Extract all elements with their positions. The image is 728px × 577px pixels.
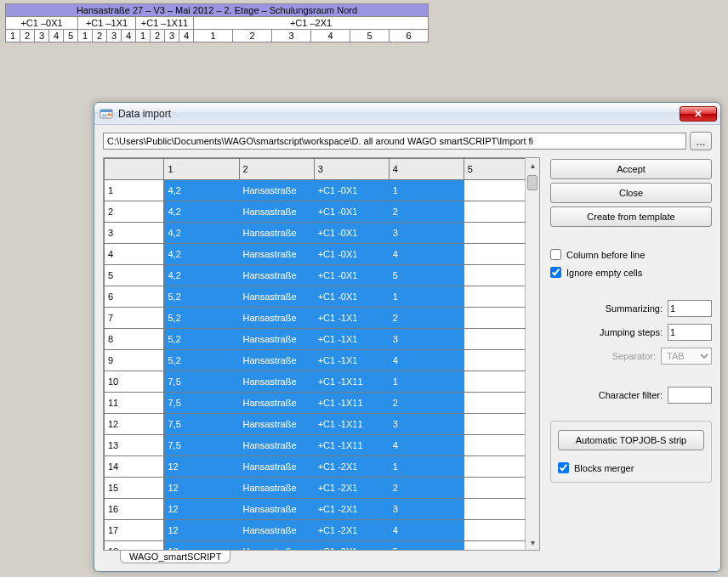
grid-cell[interactable]: 1 [389, 456, 464, 478]
grid-cell[interactable]: Hansastraße [239, 244, 314, 265]
accept-button[interactable]: Accept [550, 159, 712, 179]
grid-row-header[interactable]: 12 [105, 414, 164, 435]
grid-cell[interactable]: Hansastraße [239, 456, 314, 478]
grid-cell[interactable]: Hansastraße [239, 201, 314, 223]
grid-cell[interactable]: 4,2 [164, 265, 239, 286]
grid-row-header[interactable]: 15 [105, 478, 164, 499]
grid-cell[interactable]: 3 [389, 329, 464, 350]
close-button[interactable]: Close [550, 183, 712, 203]
grid-cell[interactable]: 1 [389, 286, 464, 308]
grid-cell[interactable]: Hansastraße [239, 180, 314, 201]
create-from-template-button[interactable]: Create from template [550, 206, 712, 227]
grid-cell[interactable]: 1 [389, 371, 464, 393]
file-path-input[interactable] [103, 133, 686, 150]
column-before-line-checkbox[interactable]: Column before line [550, 249, 712, 260]
grid-cell[interactable]: +C1 -1X1 [314, 329, 389, 350]
grid-row-header[interactable]: 8 [105, 329, 164, 350]
grid-row-header[interactable]: 14 [105, 456, 164, 478]
grid-cell[interactable]: 3 [389, 499, 464, 520]
scroll-up-icon[interactable]: ▴ [526, 158, 539, 173]
grid-cell[interactable]: 5,2 [164, 350, 239, 371]
grid-cell[interactable]: 5,2 [164, 286, 239, 308]
grid-cell[interactable]: 12 [164, 541, 239, 552]
grid-row-header[interactable]: 4 [105, 244, 164, 265]
table-row[interactable]: 137,5Hansastraße+C1 -1X114 [105, 435, 539, 456]
table-row[interactable]: 54,2Hansastraße+C1 -0X15 [105, 265, 539, 286]
grid-cell[interactable]: 7,5 [164, 393, 239, 414]
grid-cell[interactable]: Hansastraße [239, 520, 314, 541]
table-row[interactable]: 24,2Hansastraße+C1 -0X12 [105, 201, 539, 223]
grid-cell[interactable]: 2 [389, 478, 464, 499]
grid-cell[interactable]: 1 [389, 180, 464, 201]
titlebar[interactable]: Data import ✕ [94, 103, 720, 125]
browse-button[interactable]: ... [690, 132, 712, 150]
table-row[interactable]: 75,2Hansastraße+C1 -1X12 [105, 308, 539, 329]
table-row[interactable]: 34,2Hansastraße+C1 -0X13 [105, 223, 539, 244]
table-row[interactable]: 44,2Hansastraße+C1 -0X14 [105, 244, 539, 265]
window-close-button[interactable]: ✕ [680, 106, 717, 122]
table-row[interactable]: 1512Hansastraße+C1 -2X12 [105, 478, 539, 499]
grid-cell[interactable]: Hansastraße [239, 371, 314, 393]
grid-cell[interactable]: +C1 -0X1 [314, 180, 389, 201]
table-row[interactable]: 1712Hansastraße+C1 -2X14 [105, 520, 539, 541]
summarizing-input[interactable] [668, 300, 712, 317]
grid-cell[interactable]: +C1 -2X1 [314, 478, 389, 499]
grid-cell[interactable]: +C1 -1X11 [314, 414, 389, 435]
grid-cell[interactable]: Hansastraße [239, 350, 314, 371]
grid-row-header[interactable]: 1 [105, 180, 164, 201]
grid-row-header[interactable]: 9 [105, 350, 164, 371]
grid-cell[interactable]: Hansastraße [239, 541, 314, 552]
grid-corner[interactable] [105, 159, 164, 180]
grid-cell[interactable]: 3 [389, 223, 464, 244]
grid-col-header[interactable]: 4 [389, 159, 464, 180]
grid-cell[interactable]: Hansastraße [239, 223, 314, 244]
grid-cell[interactable]: +C1 -1X1 [314, 350, 389, 371]
grid-cell[interactable]: 2 [389, 201, 464, 223]
grid-cell[interactable]: +C1 -2X1 [314, 499, 389, 520]
scroll-down-icon[interactable]: ▾ [526, 535, 539, 550]
grid-cell[interactable]: Hansastraße [239, 478, 314, 499]
grid-cell[interactable]: +C1 -0X1 [314, 286, 389, 308]
table-row[interactable]: 1812Hansastraße+C1 -2X15 [105, 541, 539, 552]
grid-cell[interactable]: 3 [389, 414, 464, 435]
grid-cell[interactable]: 4 [389, 350, 464, 371]
grid-cell[interactable]: +C1 -2X1 [314, 456, 389, 478]
grid-cell[interactable]: 7,5 [164, 435, 239, 456]
grid-cell[interactable]: 4 [389, 244, 464, 265]
grid-cell[interactable]: 2 [389, 308, 464, 329]
grid-cell[interactable]: 12 [164, 499, 239, 520]
grid-cell[interactable]: 4 [389, 520, 464, 541]
table-row[interactable]: 1412Hansastraße+C1 -2X11 [105, 456, 539, 478]
grid-cell[interactable]: +C1 -0X1 [314, 223, 389, 244]
sheet-tab[interactable]: WAGO_smartSCRIPT [120, 551, 230, 563]
grid-cell[interactable]: 4,2 [164, 223, 239, 244]
grid-cell[interactable]: 5 [389, 541, 464, 552]
grid-cell[interactable]: +C1 -0X1 [314, 244, 389, 265]
grid-row-header[interactable]: 13 [105, 435, 164, 456]
grid-row-header[interactable]: 7 [105, 308, 164, 329]
table-row[interactable]: 117,5Hansastraße+C1 -1X112 [105, 393, 539, 414]
grid-cell[interactable]: +C1 -2X1 [314, 520, 389, 541]
automatic-topjob-strip-button[interactable]: Automatic TOPJOB-S strip [558, 430, 704, 450]
table-row[interactable]: 14,2Hansastraße+C1 -0X11 [105, 180, 539, 201]
grid-cell[interactable]: 5,2 [164, 308, 239, 329]
grid-cell[interactable]: +C1 -1X11 [314, 435, 389, 456]
grid-cell[interactable]: +C1 -1X11 [314, 371, 389, 393]
table-row[interactable]: 95,2Hansastraße+C1 -1X14 [105, 350, 539, 371]
grid-col-header[interactable]: 1 [164, 159, 239, 180]
grid-cell[interactable]: 4,2 [164, 201, 239, 223]
grid-cell[interactable]: +C1 -1X1 [314, 308, 389, 329]
grid-cell[interactable]: 7,5 [164, 414, 239, 435]
grid-cell[interactable]: +C1 -0X1 [314, 201, 389, 223]
grid-cell[interactable]: Hansastraße [239, 265, 314, 286]
table-row[interactable]: 107,5Hansastraße+C1 -1X111 [105, 371, 539, 393]
scroll-thumb[interactable] [527, 175, 537, 190]
grid-cell[interactable]: 4 [389, 435, 464, 456]
grid-cell[interactable]: +C1 -0X1 [314, 265, 389, 286]
grid-row-header[interactable]: 16 [105, 499, 164, 520]
grid-cell[interactable]: 5,2 [164, 329, 239, 350]
grid-row-header[interactable]: 3 [105, 223, 164, 244]
grid-cell[interactable]: 4,2 [164, 244, 239, 265]
grid-cell[interactable]: 12 [164, 456, 239, 478]
grid-cell[interactable]: Hansastraße [239, 329, 314, 350]
